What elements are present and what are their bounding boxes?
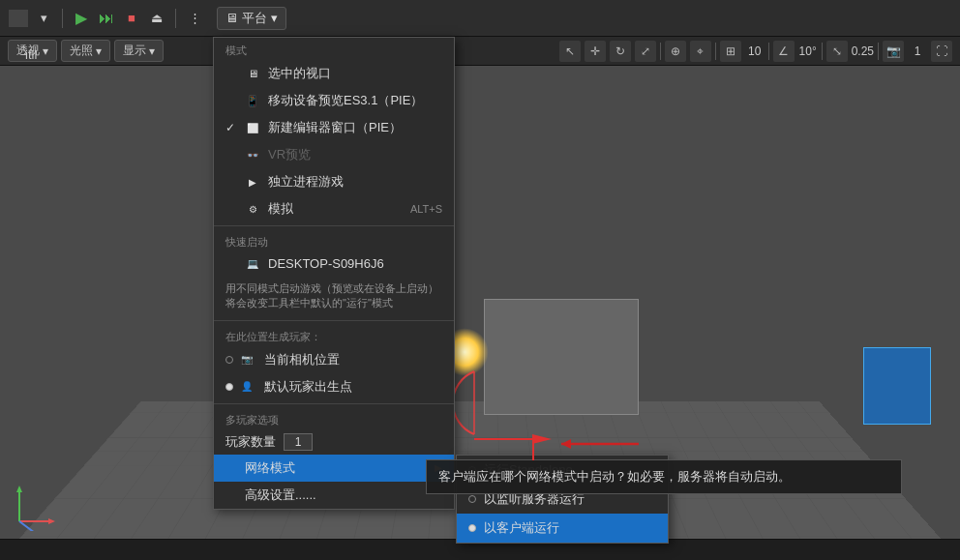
platform-label: 平台	[242, 10, 267, 27]
menu-item-new-editor[interactable]: ✓ 新建编辑器窗口（PIE）	[214, 114, 454, 141]
scene-object-blue	[863, 347, 931, 425]
menu-item-vr: VR预览	[214, 141, 454, 168]
tooltip-box: 客户端应在哪个网络模式中启动？如必要，服务器将自动启动。	[426, 459, 902, 494]
camera-icon[interactable]: 📷	[883, 41, 904, 62]
sim-icon	[245, 202, 260, 216]
tooltip-text: 客户端应在哪个网络模式中启动？如必要，服务器将自动启动。	[438, 469, 791, 484]
svg-rect-12	[18, 18, 28, 27]
menu-divider-3	[214, 403, 454, 404]
select-icon[interactable]: ↖	[559, 41, 581, 62]
simulate-label: 模拟	[268, 200, 293, 218]
check-mark: ✓	[225, 121, 237, 134]
itll-label: itll	[25, 47, 37, 62]
advanced-label: 高级设置......	[245, 486, 316, 504]
desktop-label: DESKTOP-S09H6J6	[268, 256, 384, 271]
client-label: 以客户端运行	[484, 519, 559, 537]
section-quick-start-label: 快速启动	[214, 229, 454, 251]
pc-icon	[245, 257, 260, 271]
logo-icon[interactable]	[8, 8, 29, 29]
menu-item-simulate[interactable]: 模拟 ALT+S	[214, 195, 454, 222]
menu-item-network-mode[interactable]: 网络模式 ▶ 运行Standalone 以监听服务器运行 以客户端运行	[214, 455, 454, 482]
svg-rect-9	[9, 10, 18, 18]
radio-client	[468, 524, 476, 532]
game-icon	[245, 175, 260, 189]
window-icon	[245, 121, 260, 134]
more-options-icon[interactable]: ⋮	[184, 8, 205, 29]
submenu-item-client[interactable]: 以客户端运行	[457, 514, 668, 543]
mobile-icon	[245, 94, 260, 107]
radio-listen-server	[468, 495, 476, 503]
menu-divider-2	[214, 320, 454, 321]
camera-pos-icon: 📷	[241, 354, 256, 365]
svg-marker-6	[16, 486, 22, 492]
new-editor-label: 新建编辑器窗口（PIE）	[268, 119, 402, 136]
vp-sep-1	[660, 43, 661, 60]
mode-description: 用不同模式启动游戏（预览或在设备上启动）将会改变工具栏中默认的"运行"模式	[214, 276, 454, 317]
selected-view-label: 选中的视口	[268, 65, 331, 82]
scale-number: 0.25	[852, 44, 874, 58]
section-spawn-label: 在此位置生成玩家：	[214, 324, 454, 346]
menu-item-mobile-preview[interactable]: 移动设备预览ES3.1（PIE）	[214, 87, 454, 114]
lighting-button[interactable]: 光照 ▾	[61, 40, 110, 62]
simulate-shortcut: ALT+S	[410, 203, 442, 215]
svg-line-7	[19, 521, 39, 531]
menu-item-spawn-point[interactable]: 👤 默认玩家出生点	[214, 373, 454, 400]
menu-item-camera-pos[interactable]: 📷 当前相机位置	[214, 346, 454, 373]
scene-tooltip-arrow	[561, 434, 658, 454]
radio-camera	[225, 356, 233, 364]
monitor-icon	[245, 67, 260, 80]
menu-item-advanced[interactable]: 高级设置......	[214, 482, 454, 509]
move-icon[interactable]: ✛	[585, 41, 606, 62]
scale-snap-icon[interactable]: ⤡	[826, 41, 848, 62]
angle-icon[interactable]: ∠	[773, 41, 795, 62]
world-icon[interactable]: ⊕	[665, 41, 686, 62]
menu-item-standalone[interactable]: 独立进程游戏	[214, 168, 454, 195]
mobile-preview-label: 移动设备预览ES3.1（PIE）	[268, 92, 423, 109]
radio-spawn	[225, 383, 233, 391]
eject-button[interactable]: ⏏	[146, 8, 167, 29]
angle-number: 10°	[798, 44, 818, 58]
play-button[interactable]: ▶	[71, 8, 92, 29]
snap-icon[interactable]: ⌖	[690, 41, 711, 62]
section-mode-label: 模式	[214, 38, 454, 60]
stop-button[interactable]: ■	[121, 8, 142, 29]
network-mode-label: 网络模式	[245, 459, 295, 477]
grid-icon[interactable]: ⊞	[720, 41, 741, 62]
rotate-icon[interactable]: ↻	[610, 41, 631, 62]
platform-button[interactable]: 🖥 平台 ▾	[217, 7, 286, 30]
svg-rect-10	[18, 10, 28, 18]
menu-item-selected-view[interactable]: 选中的视口	[214, 60, 454, 87]
display-label: 显示	[123, 43, 146, 59]
lighting-label: 光照	[70, 43, 93, 59]
menu-divider-1	[214, 225, 454, 226]
layer-number: 1	[908, 44, 927, 58]
viewport-right-controls: ↖ ✛ ↻ ⤢ ⊕ ⌖ ⊞ 10 ∠ 10° ⤡ 0.25 📷 1 ⛶	[559, 41, 952, 62]
axes-indicator	[15, 483, 63, 531]
player-count-input[interactable]	[284, 433, 313, 451]
section-multi-label: 多玩家选项	[214, 407, 454, 429]
menu-item-desktop[interactable]: DESKTOP-S09H6J6	[214, 251, 454, 276]
spawn-label: 默认玩家出生点	[264, 378, 352, 396]
spawn-icon: 👤	[241, 381, 256, 392]
vp-sep-3	[768, 43, 769, 60]
vr-preview-label: VR预览	[268, 146, 311, 163]
display-button[interactable]: 显示 ▾	[114, 40, 164, 62]
player-count-label: 玩家数量	[225, 433, 276, 451]
camera-pos-label: 当前相机位置	[264, 351, 340, 368]
maximize-icon[interactable]: ⛶	[931, 41, 952, 62]
scale-icon[interactable]: ⤢	[635, 41, 656, 62]
step-button[interactable]: ⏭	[96, 8, 117, 29]
toolbar-sep-1	[62, 9, 63, 28]
top-toolbar: ▾ ▶ ⏭ ■ ⏏ ⋮ 🖥 平台 ▾	[0, 0, 960, 37]
vp-sep-2	[715, 43, 716, 60]
perspective-arrow-icon: ▾	[43, 44, 48, 58]
platform-arrow-icon: ▾	[271, 11, 278, 25]
viewport-toolbar: 透视 ▾ 光照 ▾ 显示 ▾ ↖ ✛ ↻ ⤢ ⊕ ⌖ ⊞ 10 ∠ 10° ⤡ …	[0, 37, 960, 66]
display-arrow-icon: ▾	[149, 44, 155, 58]
vp-sep-5	[878, 43, 879, 60]
player-count-row: 玩家数量	[214, 429, 454, 455]
dropdown-arrow-icon[interactable]: ▾	[33, 8, 54, 29]
tooltip-up-arrow	[504, 443, 562, 460]
grid-number: 10	[745, 44, 765, 58]
lighting-arrow-icon: ▾	[96, 44, 102, 58]
